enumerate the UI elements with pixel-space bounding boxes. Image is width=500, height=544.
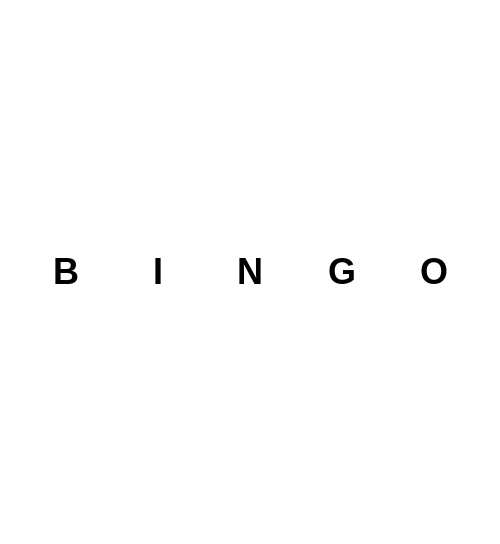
- bingo-header: BINGO: [20, 243, 480, 301]
- bingo-card-container: BINGO: [20, 243, 480, 301]
- header-letter-n: N: [204, 243, 296, 301]
- header-letter-g: G: [296, 243, 388, 301]
- header-letter-i: I: [112, 243, 204, 301]
- header-letter-o: O: [388, 243, 480, 301]
- header-letter-b: B: [20, 243, 112, 301]
